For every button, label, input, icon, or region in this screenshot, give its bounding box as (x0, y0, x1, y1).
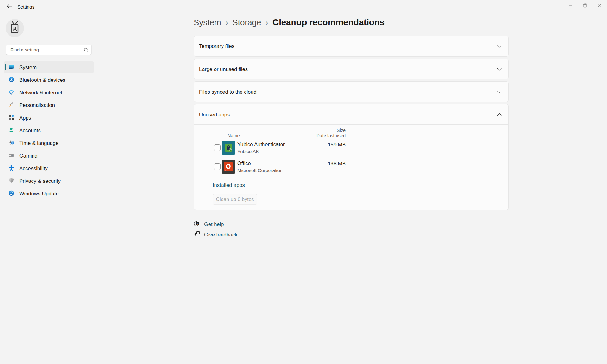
close-button[interactable] (592, 0, 607, 12)
id-badge-icon (9, 21, 21, 35)
back-arrow-icon (7, 4, 12, 10)
breadcrumb-storage[interactable]: Storage (232, 18, 261, 27)
window-title: Settings (17, 4, 34, 9)
give-feedback-icon (194, 231, 200, 238)
apps-icon (8, 114, 15, 121)
sidebar-item-label: Accounts (19, 127, 41, 133)
avatar[interactable] (6, 19, 24, 37)
sidebar-item-personalisation[interactable]: Personalisation (4, 99, 94, 111)
app-name: Office (237, 160, 251, 166)
yubico-authenticator-app-icon (222, 141, 235, 155)
section-temporary-files-header[interactable]: Temporary files (194, 36, 508, 56)
search-input[interactable] (6, 45, 91, 55)
breadcrumb-separator-icon: › (265, 19, 268, 27)
sidebar-item-label: Gaming (19, 152, 38, 158)
section-large-unused-files-header[interactable]: Large or unused files (194, 59, 508, 79)
svg-text:My Office: My Office (224, 169, 230, 171)
app-checkbox[interactable] (214, 163, 221, 170)
search-box (6, 45, 92, 55)
sidebar-item-accounts[interactable]: Accounts (4, 124, 94, 136)
sidebar-item-gaming[interactable]: Gaming (4, 150, 94, 161)
restore-button[interactable] (578, 0, 592, 12)
section-title: Files synced to the cloud (199, 89, 257, 95)
minimize-icon (568, 3, 572, 9)
selected-accent-bar (5, 64, 6, 70)
sidebar-item-apps[interactable]: Apps (4, 112, 94, 123)
sidebar-item-label: Time & language (19, 140, 58, 146)
accessibility-icon (8, 165, 15, 171)
sidebar-item-accessibility[interactable]: Accessibility (4, 162, 94, 174)
close-icon (598, 3, 601, 9)
sidebar-item-label: Bluetooth & devices (19, 77, 65, 83)
app-checkbox[interactable] (214, 144, 221, 151)
sidebar-nav: System Bluetooth & devices Network & int… (4, 61, 94, 200)
section-temporary-files: Temporary files (194, 36, 509, 57)
time-language-icon (8, 140, 15, 146)
sidebar-item-label: Accessibility (19, 165, 48, 171)
sidebar-item-privacy-security[interactable]: Privacy & security (4, 175, 94, 187)
accounts-icon (8, 127, 15, 133)
windows-update-icon (8, 190, 15, 196)
column-header-name: Name (228, 133, 240, 138)
restore-icon (583, 3, 587, 9)
chevron-down-icon (497, 89, 502, 95)
privacy-security-icon (8, 177, 15, 184)
breadcrumb-system[interactable]: System (194, 18, 221, 27)
sidebar-item-label: Windows Update (19, 190, 59, 196)
system-icon (8, 64, 15, 70)
app-publisher: Yubico AB (237, 149, 259, 154)
minimize-button[interactable] (563, 0, 578, 12)
bluetooth-icon (8, 76, 15, 83)
section-title: Large or unused files (199, 66, 248, 72)
installed-apps-link[interactable]: Installed apps (213, 182, 245, 188)
chevron-down-icon (497, 43, 502, 49)
sidebar-item-label: Network & internet (19, 89, 62, 95)
personalisation-icon (8, 102, 15, 108)
section-unused-apps: Unused apps Name Size Date last used Yub… (194, 104, 509, 210)
clean-up-button[interactable]: Clean up 0 bytes (213, 194, 257, 205)
gaming-icon (8, 152, 15, 158)
breadcrumb-separator-icon: › (226, 19, 228, 27)
section-files-synced-cloud-header[interactable]: Files synced to the cloud (194, 82, 508, 102)
get-help-link[interactable]: Get help (204, 221, 224, 227)
give-feedback-link[interactable]: Give feedback (204, 232, 237, 238)
sidebar-item-label: Personalisation (19, 102, 55, 108)
back-button[interactable] (4, 2, 15, 11)
get-help-row: ? Get help (194, 220, 224, 228)
chevron-down-icon (497, 66, 502, 72)
section-large-unused-files: Large or unused files (194, 59, 509, 79)
sidebar-item-time-language[interactable]: Time & language (4, 137, 94, 149)
app-name: Yubico Authenticator (237, 141, 285, 147)
section-title: Temporary files (199, 43, 234, 49)
sidebar-item-windows-update[interactable]: Windows Update (4, 188, 94, 199)
sidebar-item-bluetooth-devices[interactable]: Bluetooth & devices (4, 74, 94, 86)
section-files-synced-cloud: Files synced to the cloud (194, 81, 509, 102)
breadcrumb: System › Storage › Cleanup recommendatio… (194, 17, 385, 27)
column-header-size: Size (337, 128, 346, 133)
sidebar-item-label: System (19, 64, 37, 70)
give-feedback-row: Give feedback (194, 231, 237, 238)
sidebar-item-label: Privacy & security (19, 178, 61, 184)
svg-text:?: ? (197, 222, 198, 225)
office-app-icon: My Office (222, 160, 235, 174)
page-title: Cleanup recommendations (272, 17, 385, 27)
section-unused-apps-header[interactable]: Unused apps (194, 104, 508, 125)
network-icon (8, 89, 15, 95)
sidebar-item-label: Apps (19, 115, 31, 121)
chevron-up-icon (497, 112, 502, 117)
title-bar: Settings (0, 0, 607, 13)
app-size: 138 MB (328, 161, 346, 167)
sidebar-item-network-internet[interactable]: Network & internet (4, 87, 94, 98)
sidebar-item-system[interactable]: System (4, 61, 94, 73)
column-header-date-last-used: Date last used (316, 133, 346, 138)
search-icon[interactable] (84, 48, 88, 54)
get-help-icon: ? (194, 220, 200, 228)
app-size: 159 MB (328, 142, 346, 148)
app-publisher: Microsoft Corporation (237, 168, 282, 173)
section-title: Unused apps (199, 111, 230, 117)
